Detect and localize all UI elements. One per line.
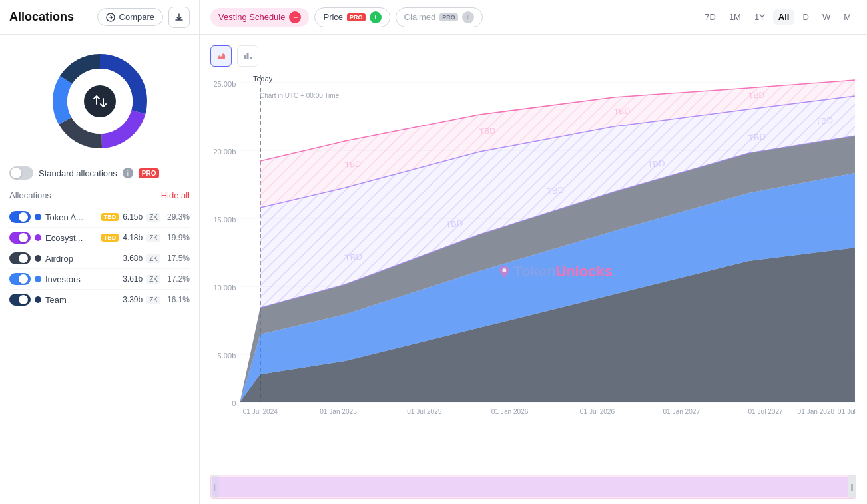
time-btn-1y[interactable]: 1Y (749, 9, 770, 25)
right-header: Vesting Schedule −Price PRO +Claimed PRO… (200, 0, 867, 35)
svg-text:01 Jan 2027: 01 Jan 2027 (663, 408, 700, 415)
alloc-pct-2: 17.5% (164, 254, 190, 263)
time-btn-w[interactable]: W (817, 9, 836, 25)
info-icon[interactable]: i (123, 168, 133, 178)
tab-price[interactable]: Price PRO + (314, 7, 390, 27)
time-btn-d[interactable]: D (797, 9, 814, 25)
chart-scrollbar[interactable]: ‖ ‖ (210, 475, 856, 499)
alloc-name-2: Airdrop (45, 254, 119, 264)
zk-badge-0: ZK (146, 213, 160, 222)
tab-icon-price: + (370, 11, 382, 23)
svg-text:01 Jul 2027: 01 Jul 2027 (748, 408, 783, 415)
svg-rect-9 (247, 53, 249, 59)
area-chart-button[interactable] (210, 45, 232, 67)
tab-vesting[interactable]: Vesting Schedule − (210, 8, 309, 27)
download-button[interactable] (168, 7, 190, 28)
svg-text:10.00b: 10.00b (213, 284, 236, 292)
compare-button[interactable]: Compare (97, 8, 163, 26)
tab-pro-badge-price: PRO (347, 13, 366, 21)
alloc-name-1: Ecosyst... (45, 233, 97, 243)
tab-label-price: Price (323, 12, 343, 22)
donut-center (73, 75, 127, 128)
svg-rect-10 (250, 57, 252, 59)
alloc-pct-1: 19.9% (164, 233, 190, 242)
alloc-toggle-1[interactable] (9, 232, 31, 244)
svg-text:TBD: TBD (748, 90, 765, 101)
utc-label: Chart in UTC + 00:00 Time (260, 92, 339, 99)
tbd-badge-1: TBD (101, 234, 119, 242)
alloc-pct-3: 17.2% (164, 274, 190, 284)
zk-badge-3: ZK (146, 275, 160, 284)
allocation-item-3: Investors 3.61b ZK 17.2% (9, 269, 190, 290)
chart-area: Today Chart in UTC + 00:00 Time 25.00b 2… (210, 75, 856, 468)
zk-badge-2: ZK (146, 254, 160, 263)
time-btn-7d[interactable]: 7D (699, 9, 721, 25)
svg-text:01 Jan 2025: 01 Jan 2025 (320, 408, 357, 415)
donut-chart-container (0, 35, 199, 161)
right-panel: Vesting Schedule −Price PRO +Claimed PRO… (200, 0, 867, 504)
time-btn-1m[interactable]: 1M (724, 9, 746, 25)
zk-badge-1: ZK (146, 234, 160, 242)
alloc-name-4: Team (45, 295, 119, 305)
chart-container: Today Chart in UTC + 00:00 Time 25.00b 2… (200, 35, 867, 472)
tab-label-claimed: Claimed (404, 12, 436, 22)
download-icon (174, 13, 184, 22)
alloc-toggle-4[interactable] (9, 294, 31, 306)
alloc-toggle-0[interactable] (9, 211, 31, 223)
svg-text:20.00b: 20.00b (213, 148, 236, 156)
time-btn-all[interactable]: All (773, 9, 795, 25)
svg-text:TBD: TBD (445, 218, 463, 230)
alloc-amount-3: 3.61b (123, 274, 143, 284)
svg-text:TBD: TBD (344, 252, 362, 263)
pro-badge-toggle: PRO (139, 168, 160, 178)
tbd-badge-0: TBD (101, 213, 119, 221)
svg-text:TBD: TBD (546, 185, 564, 196)
svg-text:01 Jul 2025: 01 Jul 2025 (407, 408, 442, 415)
svg-text:TBD: TBD (613, 106, 630, 117)
scrollbar-thumb[interactable] (212, 477, 854, 497)
svg-text:TBD: TBD (344, 159, 361, 170)
scrollbar-handle-right[interactable]: ‖ (848, 475, 856, 498)
svg-text:01 Jan 2026: 01 Jan 2026 (491, 408, 529, 415)
alloc-toggle-3[interactable] (9, 273, 31, 285)
alloc-name-0: Token A... (45, 212, 97, 222)
svg-text:TBD: TBD (748, 132, 766, 143)
allocation-item-4: Team 3.39b ZK 16.1% (9, 290, 190, 310)
compare-icon (106, 13, 115, 22)
arrows-icon (92, 93, 108, 109)
tab-icon-vesting: − (289, 11, 301, 23)
toggle-label: Standard allocations (39, 168, 117, 178)
alloc-amount-0: 6.15b (123, 212, 143, 222)
alloc-toggle-2[interactable] (9, 252, 31, 264)
svg-text:25.00b: 25.00b (213, 80, 236, 88)
allocations-section: Allocations Hide all Token A... TBD 6.15… (0, 185, 199, 310)
swap-icon (84, 85, 116, 117)
alloc-name-3: Investors (45, 274, 119, 284)
alloc-dot-0 (35, 214, 41, 220)
zk-badge-4: ZK (146, 296, 160, 304)
time-btn-m[interactable]: M (838, 9, 856, 25)
today-label: Today (253, 75, 272, 83)
alloc-dot-3 (35, 276, 41, 282)
allocation-item-2: Airdrop 3.68b ZK 17.5% (9, 248, 190, 269)
tab-claimed[interactable]: Claimed PRO + (396, 7, 483, 27)
svg-text:5.00b: 5.00b (218, 352, 236, 360)
allocations-section-label: Allocations (9, 190, 51, 200)
allocations-list: Token A... TBD 6.15b ZK 29.3% Ecosyst...… (9, 207, 190, 310)
alloc-amount-4: 3.39b (123, 295, 143, 304)
tab-icon-claimed: + (462, 11, 474, 23)
main-chart-svg: 25.00b 20.00b 15.00b 10.00b 5.00b 0 (210, 75, 856, 421)
header-actions: Compare (97, 7, 190, 28)
bar-chart-button[interactable] (237, 45, 258, 67)
tab-pills: Vesting Schedule −Price PRO +Claimed PRO… (210, 7, 483, 27)
svg-text:TBD: TBD (647, 158, 665, 170)
alloc-amount-1: 4.18b (123, 233, 143, 242)
hide-all-button[interactable]: Hide all (161, 190, 190, 200)
alloc-dot-4 (35, 296, 41, 303)
allocations-header: Allocations Hide all (9, 190, 190, 200)
svg-text:TBD: TBD (815, 115, 833, 126)
svg-text:15.00b: 15.00b (213, 216, 236, 224)
chart-toolbar (210, 45, 856, 67)
standard-allocations-toggle[interactable] (9, 166, 33, 180)
bar-chart-icon (243, 51, 252, 61)
